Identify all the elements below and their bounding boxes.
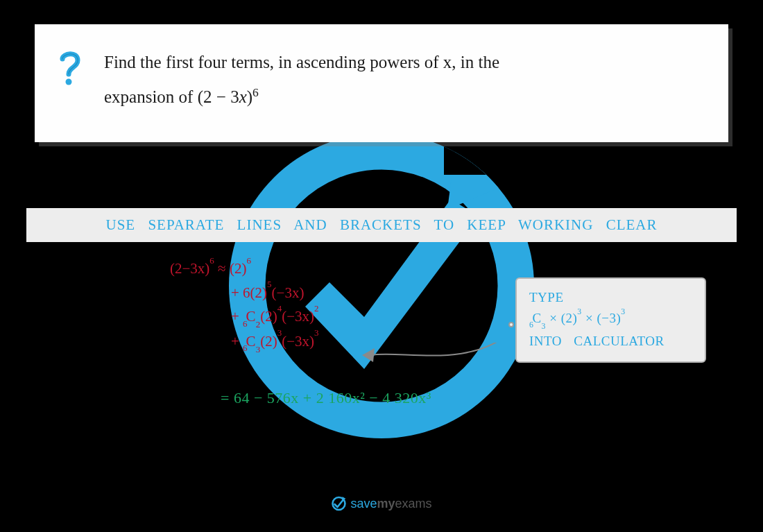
callout-pointer-arrow bbox=[361, 343, 520, 377]
question-card: Find the first four terms, in ascending … bbox=[35, 24, 728, 142]
question-mark-icon bbox=[57, 49, 83, 89]
question-text: Find the first four terms, in ascending … bbox=[104, 45, 499, 114]
callout-line1: TYPE bbox=[529, 287, 694, 308]
question-expression: (2 − 3x)6 bbox=[198, 87, 259, 106]
svg-marker-5 bbox=[362, 348, 375, 362]
callout-line2: 6C3 × (2)3 × (−3)3 bbox=[529, 308, 694, 331]
answer-line: = 64 − 576x + 2 160x² − 4 320x³ bbox=[221, 389, 431, 407]
calculator-callout: TYPE 6C3 × (2)3 × (−3)3 INTO CALCULATOR bbox=[515, 277, 706, 363]
question-line1: Find the first four terms, in ascending … bbox=[104, 53, 499, 71]
work-row-3: + 6C3(2)3(−3x)3 bbox=[170, 329, 319, 354]
work-row-2: + 6C2(2)4(−3x)2 bbox=[170, 304, 319, 329]
question-line2-prefix: expansion of bbox=[104, 87, 198, 106]
callout-connector-dot bbox=[508, 322, 514, 327]
svg-point-4 bbox=[66, 79, 72, 85]
callout-line3: INTO CALCULATOR bbox=[529, 331, 694, 352]
tip-banner: USE SEPARATE LINES AND BRACKETS TO KEEP … bbox=[26, 208, 737, 242]
footer-brand: savemyexams bbox=[331, 496, 431, 511]
work-row-0: (2−3x)6 ≈ (2)6 bbox=[170, 257, 319, 281]
work-row-1: + 6(2)5(−3x) bbox=[170, 281, 319, 305]
brand-logo-icon bbox=[331, 496, 346, 511]
working-area: (2−3x)6 ≈ (2)6 + 6(2)5(−3x) + 6C2(2)4(−3… bbox=[170, 257, 319, 354]
brand-text: savemyexams bbox=[350, 497, 431, 511]
